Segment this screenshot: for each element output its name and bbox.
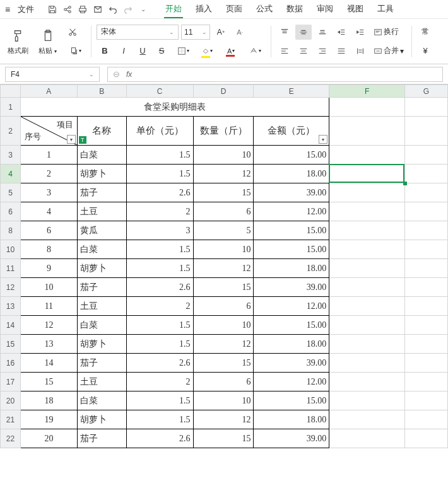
cell-amount[interactable]: 39.00 — [254, 429, 329, 448]
header-amount[interactable]: 金额（元）▾ — [254, 117, 329, 146]
cell-amount[interactable]: 12.00 — [254, 202, 329, 221]
cell-seq[interactable]: 19 — [20, 410, 77, 429]
cell-price[interactable]: 1.5 — [126, 335, 193, 354]
cell-name[interactable]: 茄子 — [77, 354, 126, 373]
hamburger-icon[interactable]: ≡ — [3, 4, 13, 14]
undo-icon[interactable] — [106, 3, 120, 16]
cell-amount[interactable]: 15.00 — [254, 146, 329, 165]
row-header-13[interactable]: 13 — [1, 297, 21, 316]
cell-price[interactable]: 2.6 — [126, 429, 193, 448]
cell-amount[interactable]: 18.00 — [254, 410, 329, 429]
row-header-3[interactable]: 3 — [1, 146, 21, 165]
cell-amount[interactable]: 39.00 — [254, 183, 329, 202]
fill-color-icon[interactable]: ▾ — [196, 43, 218, 59]
cell-F16[interactable] — [329, 354, 405, 373]
cell-seq[interactable]: 3 — [20, 183, 77, 202]
cell-amount[interactable]: 18.00 — [254, 259, 329, 278]
distribute-icon[interactable] — [352, 43, 368, 59]
cell-name[interactable]: 茄子 — [77, 183, 126, 202]
cell-price[interactable]: 2.6 — [126, 278, 193, 297]
cell-qty[interactable]: 15 — [193, 429, 254, 448]
paste-group[interactable]: 粘贴 ▾ — [36, 27, 59, 55]
cell-name[interactable]: 土豆 — [77, 373, 126, 391]
cell-amount[interactable]: 18.00 — [254, 165, 329, 183]
font-name-select[interactable]: 宋体⌄ — [97, 25, 179, 40]
cell-seq[interactable]: 9 — [20, 259, 77, 278]
tab-data[interactable]: 数据 — [285, 1, 304, 18]
cell-qty[interactable]: 10 — [193, 316, 254, 335]
tab-page[interactable]: 页面 — [225, 1, 244, 18]
cell-seq[interactable]: 4 — [20, 202, 77, 221]
cell-seq[interactable]: 15 — [20, 373, 77, 391]
cell-name[interactable]: 白菜 — [77, 391, 126, 410]
italic-icon[interactable]: I — [115, 43, 132, 59]
col-header-D[interactable]: D — [193, 85, 254, 98]
file-menu[interactable]: 文件 — [14, 4, 38, 15]
currency-icon[interactable]: ¥ — [417, 43, 433, 59]
cell-qty[interactable]: 10 — [193, 146, 254, 165]
tab-insert[interactable]: 插入 — [194, 1, 213, 18]
more-dropdown-icon[interactable]: ⌄ — [136, 3, 150, 16]
cell-seq[interactable]: 13 — [20, 335, 77, 354]
row-header-10[interactable]: 10 — [1, 240, 21, 259]
cell-F11[interactable] — [329, 259, 405, 278]
cell-qty[interactable]: 12 — [193, 259, 254, 278]
row-header-2[interactable]: 2 — [1, 117, 21, 146]
cell-name[interactable]: 茄子 — [77, 429, 126, 448]
diagonal-header[interactable]: 项目序号▾ — [20, 117, 77, 146]
font-size-select[interactable]: 11⌄ — [181, 25, 210, 40]
cell-price[interactable]: 1.5 — [126, 391, 193, 410]
col-header-A[interactable]: A — [20, 85, 77, 98]
decrease-indent-icon[interactable] — [333, 25, 350, 40]
cell-seq[interactable]: 2 — [20, 165, 77, 183]
increase-indent-icon[interactable] — [352, 25, 368, 40]
col-header-C[interactable]: C — [126, 85, 193, 98]
col-header-G[interactable]: G — [405, 85, 448, 98]
cell-F14[interactable] — [329, 316, 405, 335]
header-qty[interactable]: 数量（斤） — [193, 117, 254, 146]
cell-amount[interactable]: 15.00 — [254, 240, 329, 259]
cell-qty[interactable]: 6 — [193, 373, 254, 391]
tab-view[interactable]: 视图 — [346, 1, 365, 18]
cell-qty[interactable]: 5 — [193, 221, 254, 240]
format-painter-group[interactable]: 格式刷 — [5, 27, 31, 55]
cell-seq[interactable]: 20 — [20, 429, 77, 448]
cell-amount[interactable]: 12.00 — [254, 297, 329, 316]
filter-icon[interactable]: ▾ — [67, 135, 76, 144]
cell-price[interactable]: 1.5 — [126, 410, 193, 429]
cell-qty[interactable]: 6 — [193, 202, 254, 221]
cell-F12[interactable] — [329, 278, 405, 297]
save-icon[interactable] — [45, 3, 59, 16]
cell-F8[interactable] — [329, 221, 405, 240]
cell-name[interactable]: 胡萝卜 — [77, 165, 126, 183]
align-right-icon[interactable] — [314, 43, 331, 59]
preview-icon[interactable] — [91, 3, 105, 16]
cell-seq[interactable]: 1 — [20, 146, 77, 165]
cell-price[interactable]: 1.5 — [126, 316, 193, 335]
underline-icon[interactable]: U — [134, 43, 151, 59]
row-header-14[interactable]: 14 — [1, 316, 21, 335]
align-middle-icon[interactable] — [295, 25, 312, 40]
print-icon[interactable] — [76, 3, 90, 16]
cell-seq[interactable]: 10 — [20, 278, 77, 297]
cell-amount[interactable]: 12.00 — [254, 373, 329, 391]
cell-qty[interactable]: 10 — [193, 391, 254, 410]
cell-price[interactable]: 2 — [126, 373, 193, 391]
wrap-text-button[interactable]: 换行 — [371, 25, 401, 40]
cancel-formula-icon[interactable]: ⊖ — [113, 69, 120, 79]
col-header-B[interactable]: B — [77, 85, 126, 98]
cell-price[interactable]: 1.5 — [126, 259, 193, 278]
cell-seq[interactable]: 14 — [20, 354, 77, 373]
cut-icon[interactable] — [64, 25, 81, 40]
row-header-16[interactable]: 16 — [1, 354, 21, 373]
align-bottom-icon[interactable] — [314, 25, 331, 40]
cell-seq[interactable]: 6 — [20, 221, 77, 240]
cell-price[interactable]: 1.5 — [126, 146, 193, 165]
row-header-21[interactable]: 21 — [1, 410, 21, 429]
cell-F21[interactable] — [329, 410, 405, 429]
cell-price[interactable]: 2 — [126, 297, 193, 316]
name-box[interactable]: F4⌄ — [5, 67, 100, 82]
row-header-5[interactable]: 5 — [1, 183, 21, 202]
cell-name[interactable]: 胡萝卜 — [77, 259, 126, 278]
cell-F15[interactable] — [329, 335, 405, 354]
